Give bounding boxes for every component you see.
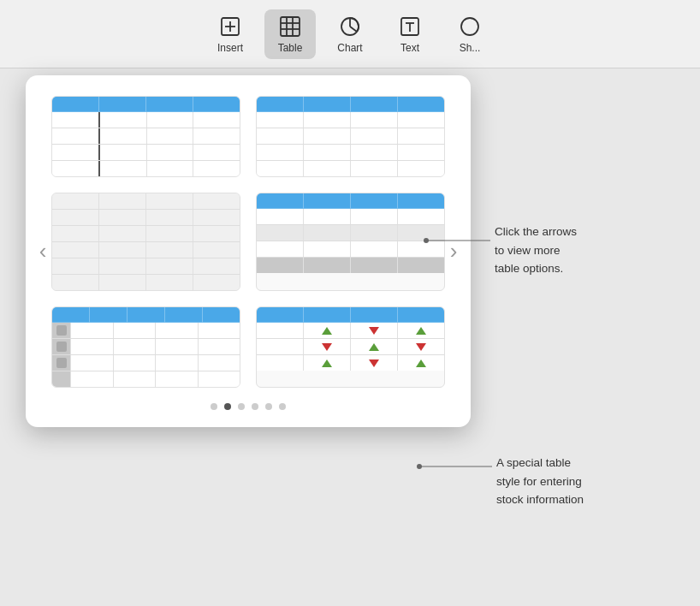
callout-arrows-text: Click the arrowsto view moretable option…: [495, 225, 577, 275]
toolbar-insert-label: Insert: [217, 42, 243, 54]
svg-rect-3: [281, 17, 300, 36]
callout-stock: A special tablestyle for enteringstock i…: [496, 454, 584, 509]
toolbar-chart-label: Chart: [337, 42, 362, 54]
toolbar-text-label: Text: [400, 42, 419, 54]
table-option-4[interactable]: [256, 193, 445, 291]
toolbar-chart[interactable]: Chart: [324, 9, 376, 59]
toolbar-shape-label: Sh...: [460, 42, 481, 54]
svg-line-10: [350, 27, 357, 32]
nav-prev-button[interactable]: ‹: [31, 240, 55, 264]
svg-point-18: [417, 464, 422, 469]
table-option-2[interactable]: [256, 96, 445, 177]
table-option-3[interactable]: [51, 193, 240, 291]
callout-stock-text: A special tablestyle for enteringstock i…: [496, 456, 584, 506]
table-option-1[interactable]: [51, 96, 240, 177]
toolbar-table[interactable]: Table: [264, 9, 316, 59]
table-picker-popup: ‹ ›: [26, 75, 471, 427]
page-dot-5[interactable]: [265, 403, 272, 410]
toolbar-insert[interactable]: Insert: [205, 9, 256, 59]
page-indicator: [43, 403, 454, 410]
page-dot-3[interactable]: [238, 403, 245, 410]
page-dot-6[interactable]: [279, 403, 286, 410]
callout-arrows: Click the arrowsto view moretable option…: [495, 223, 577, 278]
page-dot-1[interactable]: [211, 403, 217, 410]
table-option-5[interactable]: [51, 306, 240, 388]
toolbar-shape[interactable]: Sh...: [444, 9, 495, 59]
nav-next-button[interactable]: ›: [442, 240, 466, 264]
svg-point-14: [461, 18, 478, 35]
toolbar-text[interactable]: Text: [384, 9, 436, 59]
toolbar: Insert Table Chart Text Sh...: [0, 0, 700, 68]
toolbar-table-label: Table: [278, 42, 303, 54]
right-arrow-icon: ›: [450, 238, 458, 264]
page-dot-4[interactable]: [252, 403, 258, 410]
table-option-6[interactable]: [256, 306, 445, 388]
left-arrow-icon: ‹: [39, 238, 47, 264]
page-dot-2[interactable]: [224, 403, 231, 410]
table-options-grid: [43, 96, 454, 388]
